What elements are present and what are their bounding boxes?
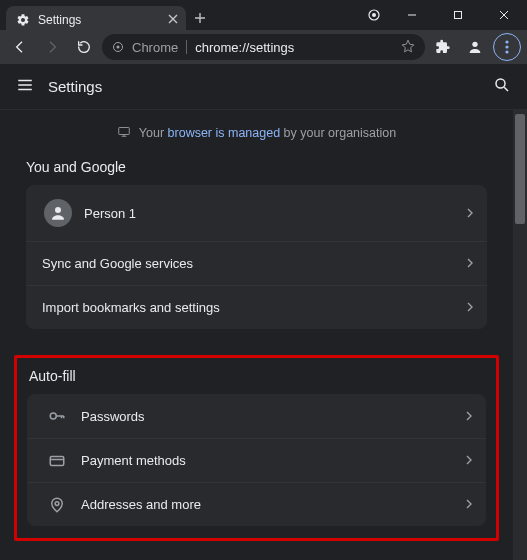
close-icon[interactable]	[168, 13, 178, 27]
managed-icon	[117, 124, 131, 141]
bookmark-star-icon[interactable]	[401, 39, 415, 56]
svg-point-4	[117, 46, 120, 49]
row-label: Passwords	[81, 409, 145, 424]
window-maximize-button[interactable]	[435, 0, 481, 30]
chrome-scheme-icon	[112, 41, 124, 53]
settings-row-sync[interactable]: Sync and Google services	[26, 241, 487, 285]
svg-point-12	[50, 413, 56, 419]
svg-point-6	[505, 40, 508, 43]
nav-reload-button[interactable]	[70, 33, 98, 61]
section-title-autofill: Auto-fill	[29, 368, 486, 384]
browser-menu-button[interactable]	[493, 33, 521, 61]
svg-point-7	[505, 45, 508, 48]
page-title: Settings	[48, 78, 102, 95]
credit-card-icon	[43, 452, 71, 470]
settings-row-payment-methods[interactable]: Payment methods	[27, 438, 486, 482]
nav-forward-button[interactable]	[38, 33, 66, 61]
settings-row-person[interactable]: Person 1	[26, 185, 487, 241]
user-avatar-dot[interactable]	[359, 0, 389, 30]
svg-point-14	[55, 501, 59, 505]
row-label: Sync and Google services	[42, 256, 193, 271]
location-icon	[43, 496, 71, 514]
section-title-you-and-google: You and Google	[26, 159, 487, 175]
address-bar[interactable]: Chrome chrome://settings	[102, 34, 425, 60]
settings-row-addresses[interactable]: Addresses and more	[27, 482, 486, 526]
svg-point-11	[55, 207, 61, 213]
svg-rect-2	[455, 12, 462, 19]
chevron-right-icon	[466, 409, 472, 424]
autofill-section-highlight: Auto-fill Passwords Payment methods	[14, 355, 499, 541]
svg-point-1	[372, 13, 376, 17]
url-prefix: Chrome	[132, 40, 178, 55]
chevron-right-icon	[466, 453, 472, 468]
person-icon	[42, 199, 74, 227]
settings-row-import-bookmarks[interactable]: Import bookmarks and settings	[26, 285, 487, 329]
chevron-right-icon	[467, 300, 473, 315]
row-label: Payment methods	[81, 453, 186, 468]
managed-link[interactable]: browser is managed	[168, 126, 281, 140]
hamburger-menu-button[interactable]	[16, 76, 34, 97]
browser-tab-settings[interactable]: Settings	[6, 6, 186, 34]
chevron-right-icon	[467, 206, 473, 221]
scrollbar-thumb[interactable]	[515, 114, 525, 224]
svg-point-9	[496, 79, 505, 88]
tab-title: Settings	[38, 13, 81, 27]
search-settings-button[interactable]	[493, 76, 511, 97]
new-tab-button[interactable]	[186, 6, 214, 30]
svg-point-8	[505, 50, 508, 53]
chevron-right-icon	[467, 256, 473, 271]
settings-row-passwords[interactable]: Passwords	[27, 394, 486, 438]
managed-notice: Your browser is managed by your organisa…	[26, 110, 487, 159]
nav-back-button[interactable]	[6, 33, 34, 61]
gear-icon	[16, 13, 30, 27]
key-icon	[43, 407, 71, 425]
extensions-button[interactable]	[429, 33, 457, 61]
svg-rect-13	[50, 456, 64, 465]
row-label: Person 1	[84, 206, 136, 221]
row-label: Import bookmarks and settings	[42, 300, 220, 315]
svg-rect-10	[119, 128, 130, 135]
url-path: chrome://settings	[195, 40, 294, 55]
window-minimize-button[interactable]	[389, 0, 435, 30]
svg-point-5	[472, 42, 477, 47]
row-label: Addresses and more	[81, 497, 201, 512]
profile-button[interactable]	[461, 33, 489, 61]
chevron-right-icon	[466, 497, 472, 512]
scrollbar-track[interactable]	[513, 110, 527, 560]
window-close-button[interactable]	[481, 0, 527, 30]
